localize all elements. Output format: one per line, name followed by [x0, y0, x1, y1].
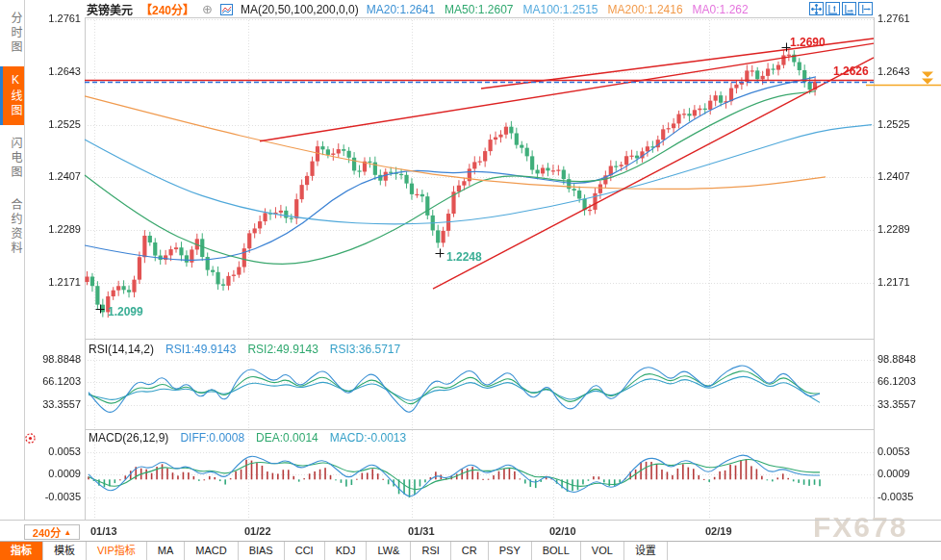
chart-canvas[interactable]	[0, 0, 941, 560]
macd-axis-label-left-1: 0.0009	[27, 468, 81, 479]
pan-right-icon[interactable]	[858, 2, 873, 15]
price-axis-label-right-4: 1.2289	[877, 223, 910, 235]
macd-axis-label-right-1: 0.0009	[877, 468, 910, 479]
toolbar-item-MACD[interactable]: MACD	[185, 542, 238, 560]
time-axis-label-0: 01/13	[90, 525, 117, 537]
x-axis-zoom-icon[interactable]	[842, 2, 856, 15]
ma-value-1: MA50:1.2607	[445, 3, 513, 16]
chart-tool-icons	[809, 2, 873, 15]
toolbar-item-BOLL[interactable]: BOLL	[532, 542, 581, 560]
toolbar-item-CR[interactable]: CR	[451, 542, 489, 560]
rsi2-value: RSI2:49.9143	[247, 343, 318, 356]
chart-header: 英镑美元 【240分】 ⊕ MA(20,50,100,200,0,0) MA20…	[87, 2, 749, 16]
toolbar-item-VIP指标[interactable]: VIP指标	[87, 542, 147, 560]
macd-axis-label-right-2: -0.0035	[877, 491, 913, 502]
toolbar-item-CCI[interactable]: CCI	[285, 542, 325, 560]
time-axis-label-4: 02/19	[705, 525, 732, 537]
ma-values: MA20:1.2641MA50:1.2607MA100:1.2515MA200:…	[367, 3, 749, 16]
fx-chart-app: FX678 分时图K线图闪电图合约资料 英镑美元 【240分】 ⊕ MA(20,…	[0, 0, 941, 560]
rsi1-value: RSI1:49.9143	[165, 343, 236, 356]
sidebar-item-1[interactable]: K线图	[0, 66, 24, 125]
toolbar-item-MA[interactable]: MA	[147, 542, 186, 560]
macd-header: MACD(26,12,9) DIFF:0.0008 DEA:0.0014 MAC…	[89, 431, 406, 445]
time-axis-bar: 240分 ▲ 01/1301/2201/3102/1002/19	[0, 520, 941, 542]
rsi-axis-label-left-2: 33.3557	[27, 398, 81, 410]
price-axis-label-right-0: 1.2761	[877, 13, 910, 24]
toolbar-item-LW&[interactable]: LW&	[367, 542, 411, 560]
rsi-axis-label-right-1: 66.1203	[877, 375, 916, 387]
time-axis-label-1: 01/22	[244, 525, 271, 537]
price-axis-label-left-5: 1.2171	[27, 276, 81, 288]
toolbar-item-RSI[interactable]: RSI	[411, 542, 450, 560]
toolbar-item-KDJ[interactable]: KDJ	[325, 542, 368, 560]
price-axis-label-right-2: 1.2525	[877, 118, 910, 130]
ma-value-0: MA20:1.2641	[367, 3, 435, 16]
ma-value-4: MA0:1.262	[693, 3, 749, 16]
price-axis-label-left-3: 1.2407	[27, 170, 81, 182]
time-axis-label-2: 01/31	[408, 525, 435, 537]
macd-axis-label-right-0: 0.0053	[877, 445, 910, 457]
macd-alert-icon[interactable]	[24, 432, 37, 445]
macd-axis-label-left-2: -0.0035	[27, 491, 81, 502]
toolbar-item-VOL[interactable]: VOL	[581, 542, 624, 560]
rsi3-value: RSI3:36.5717	[330, 343, 400, 356]
period-selector[interactable]: 240分 ▲	[24, 524, 80, 540]
ma-value-2: MA100:1.2515	[522, 3, 598, 16]
macd-diff-value: DIFF:0.0008	[180, 431, 244, 445]
price-axis-label-left-1: 1.2643	[27, 65, 81, 77]
time-axis-label-3: 02/10	[549, 525, 576, 537]
indicator-chart-icon[interactable]	[220, 4, 233, 15]
rsi-axis-label-left-1: 66.1203	[27, 375, 81, 387]
price-axis-label-left-2: 1.2525	[27, 118, 81, 130]
macd-hist-value: MACD:-0.0013	[330, 431, 406, 445]
price-axis-label-right-5: 1.2171	[877, 276, 910, 288]
swing-high-label: 1.2690	[790, 36, 826, 49]
sidebar-item-3[interactable]: 合约资料	[0, 191, 24, 263]
resistance-price-label: 1.2626	[833, 64, 869, 78]
toolbar-item-PSY[interactable]: PSY	[489, 542, 532, 560]
rsi-axis-label-right-2: 33.3557	[877, 398, 916, 410]
ma-params: MA(20,50,100,200,0,0)	[241, 3, 359, 16]
sidebar-item-2[interactable]: 闪电图	[0, 130, 24, 187]
toolbar-item-模板[interactable]: 模板	[43, 542, 87, 560]
rsi-axis-label-left-0: 98.8848	[27, 353, 81, 365]
price-axis-label-right-3: 1.2407	[877, 170, 910, 182]
price-axis-label-right-1: 1.2643	[877, 65, 910, 77]
toolbar-item-BIAS[interactable]: BIAS	[239, 542, 285, 560]
ma-value-3: MA200:1.2416	[608, 3, 683, 16]
rsi-header: RSI(14,14,2) RSI1:49.9143 RSI2:49.9143 R…	[89, 343, 400, 356]
rsi-axis-label-right-0: 98.8848	[877, 353, 916, 365]
chevron-up-icon: ▲	[64, 528, 71, 537]
circled-plus-icon[interactable]: ⊕	[202, 4, 213, 15]
toolbar-item-指标[interactable]: 指标	[0, 542, 43, 560]
swing-low-label-2: 1.2248	[446, 250, 482, 264]
price-axis-label-left-0: 1.2761	[27, 13, 81, 24]
sidebar-item-0[interactable]: 分时图	[0, 5, 24, 62]
macd-axis-label-left-0: 0.0053	[27, 445, 81, 457]
price-axis-label-left-4: 1.2289	[27, 223, 81, 235]
toolbar-item-设置[interactable]: 设置	[624, 542, 668, 560]
rsi-params: RSI(14,14,2)	[89, 343, 154, 356]
swing-low-label-1: 1.2099	[108, 305, 143, 318]
macd-params: MACD(26,12,9)	[89, 431, 168, 445]
indicator-toolbar: 指标模板VIP指标MAMACDBIASCCIKDJLW&RSICRPSYBOLL…	[0, 541, 941, 560]
chart-type-sidebar: 分时图K线图闪电图合约资料	[0, 0, 25, 520]
move-crosshair-icon[interactable]	[809, 2, 824, 15]
symbol-name: 英镑美元	[87, 1, 133, 17]
period-selector-label: 240分	[33, 524, 61, 540]
macd-dea-value: DEA:0.0014	[256, 431, 318, 445]
y-axis-zoom-icon[interactable]	[826, 2, 840, 15]
period-label: 【240分】	[140, 1, 194, 17]
